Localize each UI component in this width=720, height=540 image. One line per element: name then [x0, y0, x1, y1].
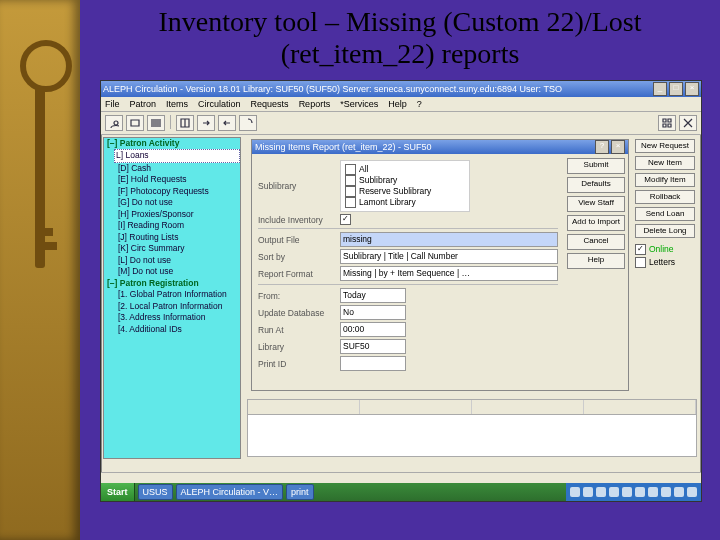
- menu-items[interactable]: Items: [166, 99, 188, 109]
- delete-long-button[interactable]: Delete Long: [635, 224, 695, 238]
- tree-item[interactable]: [M] Do not use: [104, 266, 240, 277]
- sublibrary-checkbox[interactable]: [345, 175, 356, 186]
- tray-icon[interactable]: [648, 487, 658, 497]
- taskbar-task[interactable]: ALEPH Circulation - V…: [176, 484, 284, 500]
- menu-patron[interactable]: Patron: [130, 99, 157, 109]
- navigation-tree[interactable]: [–] Patron Activity L] Loans[D] Cash[E] …: [103, 137, 241, 459]
- defaults-button[interactable]: Defaults: [567, 177, 625, 193]
- from-field[interactable]: Today: [340, 288, 406, 303]
- sortby-field[interactable]: Sublibrary | Title | Call Number: [340, 249, 558, 264]
- runat-field[interactable]: 00:00: [340, 322, 406, 337]
- menu-reports[interactable]: Reports: [299, 99, 331, 109]
- add-to-import-button[interactable]: Add to Import: [567, 215, 625, 231]
- sublibrary-option-label: Lamont Library: [359, 197, 416, 208]
- menu-requests[interactable]: Requests: [251, 99, 289, 109]
- help-icon[interactable]: [239, 115, 257, 131]
- side-checkbox[interactable]: [635, 244, 646, 255]
- printid-field[interactable]: [340, 356, 406, 371]
- side-check-label: Online: [649, 244, 674, 255]
- tree-item[interactable]: [D] Cash: [104, 163, 240, 174]
- tray-icon[interactable]: [583, 487, 593, 497]
- tree-section-patron-activity[interactable]: [–] Patron Activity: [104, 138, 240, 149]
- tree-item[interactable]: [2. Local Patron Information: [104, 301, 240, 312]
- tray-icon[interactable]: [622, 487, 632, 497]
- barcode-icon[interactable]: [147, 115, 165, 131]
- sublibrary-checkbox[interactable]: [345, 197, 356, 208]
- tree-item[interactable]: [G] Do not use: [104, 197, 240, 208]
- submit-button[interactable]: Submit: [567, 158, 625, 174]
- label-output: Output File: [258, 235, 336, 245]
- toolbar: [101, 112, 701, 135]
- tree-item[interactable]: [K] Circ Summary: [104, 243, 240, 254]
- user-icon[interactable]: [105, 115, 123, 131]
- taskbar-task[interactable]: USUS: [138, 484, 173, 500]
- new-item-button[interactable]: New Item: [635, 156, 695, 170]
- column-header[interactable]: [472, 400, 584, 414]
- menu-[interactable]: ?: [417, 99, 422, 109]
- tray-icon[interactable]: [570, 487, 580, 497]
- cancel-button[interactable]: Cancel: [567, 234, 625, 250]
- label-printid: Print ID: [258, 359, 336, 369]
- sublibrary-option-label: Sublibrary: [359, 175, 397, 186]
- column-header[interactable]: [360, 400, 472, 414]
- update-field[interactable]: No: [340, 305, 406, 320]
- tree-item[interactable]: [I] Reading Room: [104, 220, 240, 231]
- menu-services[interactable]: *Services: [340, 99, 378, 109]
- label-sortby: Sort by: [258, 252, 336, 262]
- modify-item-button[interactable]: Modify Item: [635, 173, 695, 187]
- tray-icon[interactable]: [687, 487, 697, 497]
- column-header[interactable]: [584, 400, 696, 414]
- start-button[interactable]: Start: [101, 483, 135, 501]
- minimize-button[interactable]: _: [653, 82, 667, 96]
- new-request-button[interactable]: New Request: [635, 139, 695, 153]
- tree-item[interactable]: [1. Global Patron Information: [104, 289, 240, 300]
- tray-icon[interactable]: [635, 487, 645, 497]
- tray-icon[interactable]: [661, 487, 671, 497]
- sublibrary-checkbox[interactable]: [345, 164, 356, 175]
- results-list[interactable]: [247, 399, 697, 457]
- tree-section-patron-registration[interactable]: [–] Patron Registration: [104, 278, 240, 289]
- id-icon[interactable]: [126, 115, 144, 131]
- system-tray[interactable]: [566, 483, 701, 501]
- tree-item[interactable]: [3. Address Information: [104, 312, 240, 323]
- rollback-button[interactable]: Rollback: [635, 190, 695, 204]
- side-checkbox[interactable]: [635, 257, 646, 268]
- tree-item[interactable]: [4. Additional IDs: [104, 324, 240, 335]
- dialog-form: Sublibrary AllSublibraryReserve Sublibra…: [252, 154, 564, 390]
- arrow-left-icon[interactable]: [218, 115, 236, 131]
- tree-item[interactable]: [F] Photocopy Requests: [104, 186, 240, 197]
- tree-item[interactable]: [E] Hold Requests: [104, 174, 240, 185]
- view-staff-button[interactable]: View Staff: [567, 196, 625, 212]
- tray-icon[interactable]: [596, 487, 606, 497]
- dialog-close-button[interactable]: ×: [611, 140, 625, 154]
- menu-help[interactable]: Help: [388, 99, 407, 109]
- taskbar-task[interactable]: print: [286, 484, 314, 500]
- tile-icon[interactable]: [658, 115, 676, 131]
- app-window: ALEPH Circulation - Version 18.01 Librar…: [100, 80, 702, 502]
- sublibrary-options[interactable]: AllSublibraryReserve SublibraryLamont Li…: [340, 160, 470, 212]
- sublibrary-option-label: Reserve Sublibrary: [359, 186, 431, 197]
- sublibrary-checkbox[interactable]: [345, 186, 356, 197]
- tree-item[interactable]: [H] Proxies/Sponsor: [104, 209, 240, 220]
- tray-icon[interactable]: [674, 487, 684, 497]
- close-x-icon[interactable]: [679, 115, 697, 131]
- label-runat: Run At: [258, 325, 336, 335]
- include-inventory-checkbox[interactable]: [340, 214, 351, 225]
- help-button[interactable]: Help: [567, 253, 625, 269]
- menu-circulation[interactable]: Circulation: [198, 99, 241, 109]
- format-field[interactable]: Missing | by + Item Sequence | …: [340, 266, 558, 281]
- maximize-button[interactable]: □: [669, 82, 683, 96]
- send-loan-button[interactable]: Send Loan: [635, 207, 695, 221]
- column-header[interactable]: [248, 400, 360, 414]
- output-file-field[interactable]: missing: [340, 232, 558, 247]
- tree-item[interactable]: [L] Do not use: [104, 255, 240, 266]
- arrow-right-icon[interactable]: [197, 115, 215, 131]
- tray-icon[interactable]: [609, 487, 619, 497]
- dialog-help-button[interactable]: ?: [595, 140, 609, 154]
- close-button[interactable]: ×: [685, 82, 699, 96]
- tree-item[interactable]: [J] Routing Lists: [104, 232, 240, 243]
- book-icon[interactable]: [176, 115, 194, 131]
- tree-item[interactable]: L] Loans: [114, 149, 240, 162]
- menu-file[interactable]: File: [105, 99, 120, 109]
- library-field[interactable]: SUF50: [340, 339, 406, 354]
